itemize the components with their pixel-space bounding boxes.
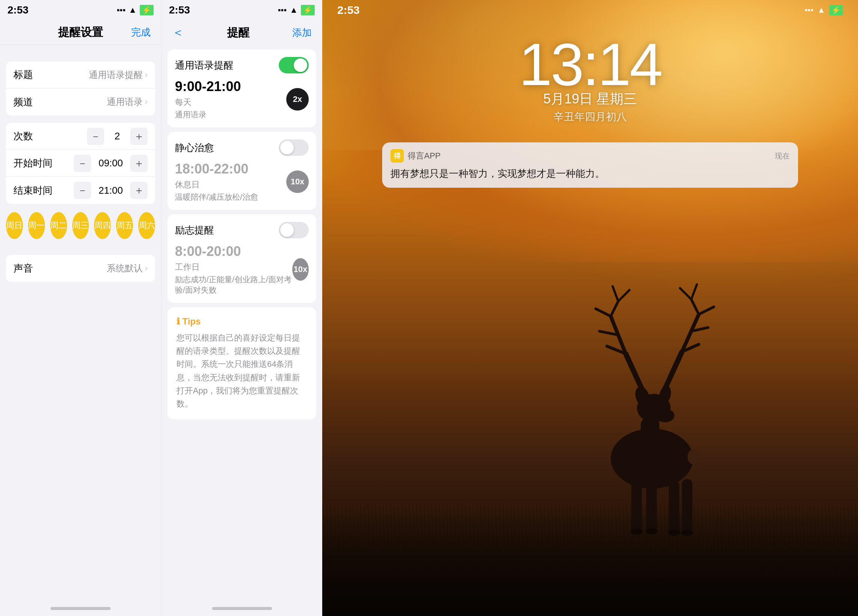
- svg-line-20: [691, 285, 697, 299]
- weekday-wed[interactable]: 周三: [72, 212, 89, 239]
- channel-label: 频道: [14, 96, 33, 109]
- count-decrement[interactable]: －: [87, 128, 104, 145]
- app-icon: 得: [390, 149, 404, 163]
- start-time-label: 开始时间: [14, 157, 53, 170]
- reminder-time-2: 18:00-22:00: [175, 161, 258, 177]
- reminder-toggle-2[interactable]: [279, 139, 309, 156]
- weekday-thu[interactable]: 周四: [94, 212, 111, 239]
- wifi-icon-2: ▲: [290, 5, 298, 15]
- tips-title: Tips: [176, 316, 307, 327]
- panel-reminder-settings: 2:53 ▪▪▪ ▲ ⚡ 提醒设置 完成 标题 通用语录提醒 › 频道: [0, 0, 161, 616]
- start-controls: － 09:00 ＋: [74, 155, 148, 172]
- app-name: 得言APP: [408, 150, 441, 162]
- count-controls: － 2 ＋: [87, 128, 148, 145]
- signal-icon: ▪▪▪: [117, 5, 126, 15]
- weekday-fri[interactable]: 周五: [116, 212, 133, 239]
- svg-line-21: [680, 288, 691, 299]
- grass-texture: [322, 504, 858, 579]
- back-button[interactable]: ＜: [172, 24, 184, 41]
- count-row: 次数 － 2 ＋: [6, 123, 155, 150]
- title-channel-section: 标题 通用语录提醒 › 频道 通用语录 ›: [6, 61, 155, 115]
- add-button[interactable]: 添加: [292, 26, 312, 39]
- start-decrement[interactable]: －: [74, 155, 91, 172]
- svg-rect-1: [641, 417, 659, 466]
- sound-section: 声音 系统默认 ›: [6, 255, 155, 282]
- reminder-card-2[interactable]: 静心治愈 18:00-22:00 休息日 温暖陪伴/减压放松/治愈 10x: [168, 132, 316, 210]
- done-button[interactable]: 完成: [131, 26, 151, 38]
- battery-icon-2: ⚡: [301, 5, 315, 16]
- svg-line-12: [612, 286, 618, 301]
- reminder-time-info-1: 9:00-21:00 每天 通用语录: [175, 79, 241, 120]
- title-label: 标题: [14, 68, 33, 81]
- start-increment[interactable]: ＋: [131, 155, 148, 172]
- count-increment[interactable]: ＋: [131, 128, 148, 145]
- gap1: [0, 45, 161, 53]
- reminder-card-1[interactable]: 通用语录提醒 9:00-21:00 每天 通用语录 2x: [168, 50, 316, 128]
- stepper-section: 次数 － 2 ＋ 开始时间 － 09:00 ＋ 结束时间: [6, 123, 155, 204]
- battery-icon: ⚡: [140, 5, 154, 16]
- sound-chevron: ›: [145, 263, 148, 273]
- reminder-tags-1: 通用语录: [175, 109, 241, 120]
- end-increment[interactable]: ＋: [131, 182, 148, 199]
- title-value-container: 通用语录提醒 ›: [89, 69, 148, 81]
- count-value: 2: [112, 131, 123, 142]
- lock-date-lunar: 辛丑年四月初八: [322, 110, 858, 124]
- lock-battery-icon: ⚡: [829, 5, 843, 16]
- channel-chevron: ›: [145, 97, 148, 107]
- svg-point-3: [656, 409, 675, 422]
- reminder-badge-2: 10x: [286, 171, 309, 193]
- weekday-mon[interactable]: 周一: [28, 212, 45, 239]
- gap3: [0, 247, 161, 255]
- status-bar-2: 2:53 ▪▪▪ ▲ ⚡: [162, 0, 322, 20]
- reminder-time-row-1: 9:00-21:00 每天 通用语录 2x: [175, 79, 309, 120]
- status-time-1: 2:53: [8, 4, 28, 16]
- panel-reminders: 2:53 ▪▪▪ ▲ ⚡ ＜ 提醒 添加 通用语录提醒 9:00-21:00 每…: [161, 0, 322, 616]
- tips-text: 您可以根据自己的喜好设定每日提醒的语录类型、提醒次数以及提醒时间。系统一次只能推…: [176, 331, 307, 410]
- sound-row[interactable]: 声音 系统默认 ›: [6, 255, 155, 282]
- weekday-row: 周日 周一 周二 周三 周四 周五 周六: [0, 204, 161, 247]
- reminder-tags-3: 励志成功/正能量/创业路上/面对考验/面对失败: [175, 274, 292, 295]
- end-decrement[interactable]: －: [74, 182, 91, 199]
- reminder-header-3: 励志提醒: [175, 222, 309, 238]
- lock-status-time: 2:53: [337, 4, 360, 17]
- title-row[interactable]: 标题 通用语录提醒 ›: [6, 61, 155, 89]
- sound-label: 声音: [14, 262, 33, 275]
- notification-time: 现在: [775, 151, 790, 161]
- wifi-icon: ▲: [129, 5, 137, 15]
- deer-silhouette: [558, 279, 746, 541]
- status-time-2: 2:53: [169, 4, 190, 16]
- signal-icon-2: ▪▪▪: [278, 5, 287, 15]
- status-bar-1: 2:53 ▪▪▪ ▲ ⚡: [0, 0, 161, 20]
- reminder-card-3[interactable]: 励志提醒 8:00-20:00 工作日 励志成功/正能量/创业路上/面对考验/面…: [168, 214, 316, 303]
- lock-signal-icon: ▪▪▪: [805, 5, 813, 15]
- status-icons-2: ▪▪▪ ▲ ⚡: [278, 5, 315, 16]
- weekday-sat[interactable]: 周六: [138, 212, 155, 239]
- notification-card[interactable]: 得 得言APP 现在 拥有梦想只是一种智力，实现梦想才是一种能力。: [382, 142, 798, 188]
- reminder-name-1: 通用语录提醒: [175, 59, 233, 72]
- nav-bar-2: ＜ 提醒 添加: [162, 20, 322, 45]
- title-chevron: ›: [145, 70, 148, 80]
- reminder-name-3: 励志提醒: [175, 224, 214, 237]
- reminder-toggle-1[interactable]: [279, 57, 309, 73]
- nav-title-1: 提醒设置: [33, 25, 128, 40]
- svg-line-13: [618, 290, 630, 301]
- reminder-time-row-3: 8:00-20:00 工作日 励志成功/正能量/创业路上/面对考验/面对失败 1…: [175, 244, 309, 295]
- home-indicator-2: [212, 607, 272, 610]
- reminder-toggle-3[interactable]: [279, 222, 309, 238]
- reminder-time-info-2: 18:00-22:00 休息日 温暖陪伴/减压放松/治愈: [175, 161, 258, 202]
- weekday-tue[interactable]: 周二: [50, 212, 67, 239]
- reminder-time-row-2: 18:00-22:00 休息日 温暖陪伴/减压放松/治愈 10x: [175, 161, 309, 202]
- tips-section: Tips 您可以根据自己的喜好设定每日提醒的语录类型、提醒次数以及提醒时间。系统…: [168, 307, 316, 419]
- end-time-row: 结束时间 － 21:00 ＋: [6, 177, 155, 204]
- notification-header: 得 得言APP 现在: [390, 149, 790, 163]
- weekday-sun[interactable]: 周日: [6, 212, 23, 239]
- nav-right-1: 完成: [128, 26, 151, 39]
- status-icons-1: ▪▪▪ ▲ ⚡: [117, 5, 154, 16]
- sound-value: 系统默认: [107, 262, 143, 274]
- reminder-name-2: 静心治愈: [175, 141, 214, 154]
- svg-line-11: [611, 301, 618, 316]
- gap2: [0, 115, 161, 123]
- reminder-tags-2: 温暖陪伴/减压放松/治愈: [175, 192, 258, 202]
- end-value: 21:00: [98, 185, 123, 196]
- channel-row[interactable]: 频道 通用语录 ›: [6, 89, 155, 115]
